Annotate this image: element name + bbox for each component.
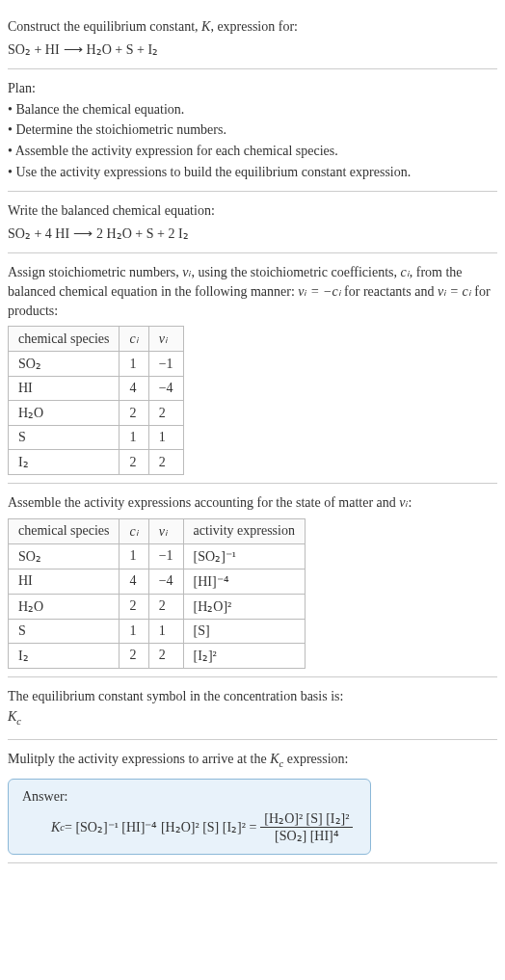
intro-text-a: Construct the equilibrium constant,: [8, 19, 201, 34]
cell-v: 2: [148, 450, 183, 475]
table-row: H₂O22[H₂O]²: [9, 594, 306, 619]
table-row: S11[S]: [9, 619, 306, 643]
answer-fraction: [H₂O]² [S] [I₂]² [SO₂] [HI]⁴: [260, 810, 353, 844]
plan-section: Plan: • Balance the chemical equation. •…: [8, 69, 497, 192]
cell-species: I₂: [9, 643, 120, 668]
table-row: S11: [9, 426, 184, 450]
cell-species: HI: [9, 569, 120, 594]
table-row: H₂O22: [9, 401, 184, 426]
cell-species: S: [9, 426, 120, 450]
cell-c: 2: [120, 594, 148, 619]
fraction-denominator: [SO₂] [HI]⁴: [260, 828, 353, 844]
table-header: activity expression: [183, 518, 305, 543]
multiply-section: Mulitply the activity expressions to arr…: [8, 740, 497, 863]
plan-item: • Use the activity expressions to build …: [8, 163, 497, 182]
table-header: νᵢ: [148, 518, 183, 543]
stoich-intro: Assign stoichiometric numbers, νᵢ, using…: [8, 263, 497, 320]
kc-k: K: [8, 709, 16, 724]
table-header: νᵢ: [148, 327, 183, 352]
intro-eq-left: SO₂ + HI: [8, 40, 60, 60]
cell-c: 4: [120, 377, 148, 401]
balanced-title: Write the balanced chemical equation:: [8, 201, 497, 221]
cell-species: H₂O: [9, 594, 120, 619]
table-row: HI4−4[HI]⁻⁴: [9, 569, 306, 594]
balanced-eq-left: SO₂ + 4 HI: [8, 225, 69, 244]
symbol-text: The equilibrium constant symbol in the c…: [8, 687, 497, 706]
cell-act: [S]: [183, 619, 305, 643]
intro-title: Construct the equilibrium constant, K, e…: [8, 17, 497, 37]
cell-v: 2: [148, 401, 183, 426]
cell-v: 1: [148, 426, 183, 450]
balanced-section: Write the balanced chemical equation: SO…: [8, 192, 497, 253]
cell-c: 2: [120, 401, 148, 426]
intro-text-b: , expression for:: [210, 19, 298, 34]
arrow-icon: ⟶: [73, 225, 93, 244]
intro-eq-right: H₂O + S + I₂: [87, 40, 158, 60]
cell-c: 1: [120, 619, 148, 643]
stoich-section: Assign stoichiometric numbers, νᵢ, using…: [8, 253, 497, 484]
cell-v: 2: [148, 643, 183, 668]
cell-v: −4: [148, 377, 183, 401]
table-header: chemical species: [9, 518, 120, 543]
intro-equation: SO₂ + HI ⟶ H₂O + S + I₂: [8, 40, 158, 60]
cell-species: SO₂: [9, 543, 120, 569]
answer-equation: Kc = [SO₂]⁻¹ [HI]⁻⁴ [H₂O]² [S] [I₂]² = […: [22, 810, 357, 844]
activity-text: Assemble the activity expressions accoun…: [8, 495, 399, 510]
multiply-text: expression:: [283, 752, 348, 766]
answer-box: Answer: Kc = [SO₂]⁻¹ [HI]⁻⁴ [H₂O]² [S] […: [8, 779, 371, 855]
cell-act: [I₂]²: [183, 643, 305, 668]
intro-section: Construct the equilibrium constant, K, e…: [8, 8, 497, 69]
table-header: cᵢ: [120, 518, 148, 543]
plan-item: • Balance the chemical equation.: [8, 100, 497, 119]
intro-k: K: [201, 19, 210, 34]
cell-c: 2: [120, 450, 148, 475]
kc-symbol: Kc: [8, 707, 497, 728]
activity-table: chemical species cᵢ νᵢ activity expressi…: [8, 518, 306, 669]
cell-v: −1: [148, 352, 183, 377]
cell-species: SO₂: [9, 352, 120, 377]
stoich-text: for reactants and: [341, 284, 438, 299]
table-header: cᵢ: [120, 327, 148, 352]
fraction-numerator: [H₂O]² [S] [I₂]²: [260, 810, 353, 828]
table-header-row: chemical species cᵢ νᵢ: [9, 327, 184, 352]
kc-k: K: [51, 820, 60, 835]
cell-v: −1: [148, 543, 183, 569]
multiply-intro: Mulitply the activity expressions to arr…: [8, 750, 497, 771]
stoich-table: chemical species cᵢ νᵢ SO₂1−1 HI4−4 H₂O2…: [8, 326, 184, 475]
plan-item: • Assemble the activity expression for e…: [8, 142, 497, 161]
cell-species: HI: [9, 377, 120, 401]
cell-c: 1: [120, 426, 148, 450]
table-row: I₂22: [9, 450, 184, 475]
table-row: I₂22[I₂]²: [9, 643, 306, 668]
stoich-text: Assign stoichiometric numbers,: [8, 265, 182, 279]
plan-item: • Determine the stoichiometric numbers.: [8, 120, 497, 140]
cell-species: S: [9, 619, 120, 643]
cell-c: 2: [120, 643, 148, 668]
kc-c: c: [16, 716, 21, 727]
arrow-icon: ⟶: [64, 40, 83, 60]
activity-intro: Assemble the activity expressions accoun…: [8, 493, 497, 513]
ci-symbol: cᵢ: [401, 265, 410, 279]
cell-v: 1: [148, 619, 183, 643]
activity-section: Assemble the activity expressions accoun…: [8, 484, 497, 677]
cell-act: [SO₂]⁻¹: [183, 543, 305, 569]
answer-eq-flat: = [SO₂]⁻¹ [HI]⁻⁴ [H₂O]² [S] [I₂]² =: [65, 819, 256, 835]
multiply-text: Mulitply the activity expressions to arr…: [8, 752, 270, 766]
cell-species: H₂O: [9, 401, 120, 426]
table-header-row: chemical species cᵢ νᵢ activity expressi…: [9, 518, 306, 543]
cell-c: 1: [120, 543, 148, 569]
cell-v: 2: [148, 594, 183, 619]
kc-k: K: [270, 752, 279, 766]
cell-v: −4: [148, 569, 183, 594]
balanced-equation: SO₂ + 4 HI ⟶ 2 H₂O + S + 2 I₂: [8, 225, 189, 244]
answer-label: Answer:: [22, 789, 357, 805]
activity-text: :: [409, 495, 412, 510]
plan-title: Plan:: [8, 79, 497, 98]
cell-c: 4: [120, 569, 148, 594]
balanced-eq-right: 2 H₂O + S + 2 I₂: [96, 225, 188, 244]
cell-act: [HI]⁻⁴: [183, 569, 305, 594]
cell-species: I₂: [9, 450, 120, 475]
table-header: chemical species: [9, 327, 120, 352]
cell-act: [H₂O]²: [183, 594, 305, 619]
rel1: νᵢ = −cᵢ: [298, 284, 340, 299]
